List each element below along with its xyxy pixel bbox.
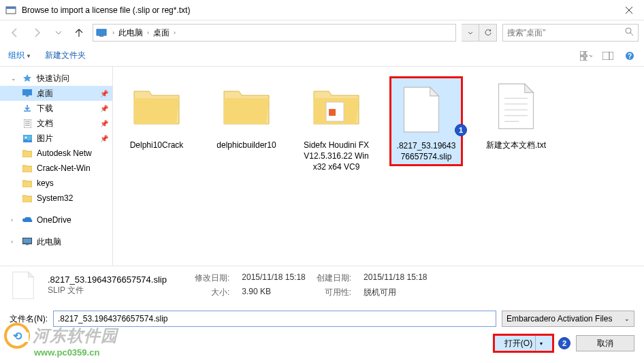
desktop-icon (22, 88, 33, 99)
sidebar-pictures[interactable]: 图片 📌 (0, 131, 112, 146)
file-item-folder[interactable]: delphicbuilder10 (210, 76, 283, 151)
close-icon (626, 7, 632, 14)
bottom-panel: 文件名(N): Embarcadero Activation Files ⌄ 打… (0, 304, 644, 362)
button-label: 打开(O) (504, 338, 532, 349)
file-label: delphicbuilder10 (215, 139, 277, 151)
search-input[interactable] (507, 28, 622, 37)
pin-icon: 📌 (100, 90, 108, 97)
star-icon (22, 73, 33, 84)
folder-icon (133, 86, 180, 127)
sidebar-folder[interactable]: keys (0, 176, 112, 191)
svg-line-7 (630, 33, 633, 35)
help-icon: ? (625, 51, 634, 61)
sidebar-downloads[interactable]: 下载 📌 (0, 101, 112, 116)
chevron-down-icon (468, 31, 473, 35)
window-title: Browse to import a license file (.slip o… (22, 5, 613, 15)
file-item-folder[interactable]: Delphi10Crack (120, 76, 193, 151)
chevron-down-icon: ▼ (26, 53, 31, 59)
breadcrumb-sep: › (144, 29, 152, 36)
file-item-folder[interactable]: Sidefx Houdini FX V12.5.316.22 Win x32 x… (300, 76, 373, 174)
sidebar: ⌄ 快速访问 桌面 📌 下载 📌 文档 📌 图片 📌 Autodesk Netw (0, 67, 113, 266)
svg-rect-10 (580, 57, 584, 61)
svg-rect-28 (329, 109, 336, 116)
nav-forward-button[interactable] (27, 23, 46, 42)
file-list[interactable]: Delphi10Crack delphicbuilder10 Sidefx Ho… (113, 67, 644, 266)
close-button[interactable] (613, 0, 644, 20)
nav-back-button[interactable] (5, 23, 25, 42)
chevron-down-icon (55, 31, 62, 35)
computer-icon (22, 236, 33, 247)
sidebar-folder[interactable]: Crack-Net-Win (0, 161, 112, 176)
details-created-value: 2015/11/18 15:18 (364, 272, 427, 284)
refresh-button[interactable] (479, 24, 497, 42)
nav-recent-button[interactable] (49, 23, 68, 42)
toolbar: 组织▼ 新建文件夹 ? (0, 45, 644, 67)
sidebar-desktop[interactable]: 桌面 📌 (0, 86, 112, 101)
file-label: 新建文本文档.txt (485, 139, 547, 151)
file-label: Sidefx Houdini FX V12.5.316.22 Win x32 x… (300, 139, 373, 174)
pin-icon: 📌 (100, 120, 108, 127)
svg-point-6 (626, 28, 631, 33)
svg-rect-4 (97, 29, 106, 35)
organize-button[interactable]: 组织▼ (8, 50, 31, 61)
sidebar-documents[interactable]: 文档 📌 (0, 116, 112, 131)
svg-rect-12 (602, 52, 613, 60)
svg-rect-17 (26, 95, 29, 97)
sidebar-label: Crack-Net-Win (37, 163, 91, 173)
svg-point-23 (25, 136, 27, 138)
svg-rect-25 (23, 238, 31, 243)
sidebar-label: 文档 (37, 118, 53, 129)
open-button[interactable]: 打开(O) ▾ (493, 334, 554, 353)
new-folder-button[interactable]: 新建文件夹 (45, 50, 86, 61)
sidebar-quick-access[interactable]: ⌄ 快速访问 (0, 71, 112, 86)
annotation-marker: 1 (455, 124, 467, 136)
sidebar-folder[interactable]: System32 (0, 191, 112, 206)
download-icon (22, 103, 33, 114)
desktop-icon (96, 27, 107, 38)
svg-rect-8 (580, 51, 584, 55)
address-dropdown-button[interactable] (462, 24, 479, 42)
sidebar-onedrive[interactable]: › OneDrive (0, 212, 112, 227)
app-icon (5, 5, 16, 16)
nav-up-button[interactable] (71, 25, 87, 41)
chevron-down-icon (589, 54, 592, 57)
help-button[interactable]: ? (624, 50, 636, 62)
arrow-up-icon (74, 28, 84, 37)
details-filetype: SLIP 文件 (48, 285, 184, 296)
sidebar-label: 此电脑 (37, 236, 61, 248)
sidebar-label: 下载 (37, 103, 53, 114)
filetype-filter[interactable]: Embarcadero Activation Files ⌄ (502, 311, 634, 327)
view-options-button[interactable] (580, 50, 592, 62)
folder-icon (22, 193, 33, 204)
annotation-marker: 2 (558, 337, 570, 349)
folder-icon (22, 148, 33, 159)
pin-icon: 📌 (100, 135, 108, 142)
svg-rect-9 (585, 51, 587, 55)
breadcrumb-item[interactable]: 桌面 (152, 27, 171, 39)
sidebar-label: Autodesk Netw (37, 148, 92, 158)
filename-label: 文件名(N): (10, 313, 48, 325)
titlebar: Browse to import a license file (.slip o… (0, 0, 644, 20)
address-bar[interactable]: › 此电脑 › 桌面 › (93, 24, 456, 42)
breadcrumb-item[interactable]: 此电脑 (117, 27, 144, 39)
file-item-textfile[interactable]: 新建文本文档.txt (479, 76, 553, 151)
svg-rect-5 (99, 35, 103, 37)
picture-icon (22, 133, 33, 144)
sidebar-label: 图片 (37, 133, 53, 144)
sidebar-this-pc[interactable]: › 此电脑 (0, 234, 112, 249)
svg-rect-26 (26, 244, 29, 245)
details-mod-value: 2015/11/18 15:18 (242, 272, 305, 284)
preview-pane-button[interactable] (602, 50, 614, 62)
search-box[interactable] (502, 24, 639, 42)
arrow-left-icon (10, 27, 20, 38)
filename-input[interactable] (53, 311, 496, 327)
sidebar-label: 快速访问 (37, 73, 69, 84)
textfile-icon (496, 82, 536, 130)
sidebar-folder[interactable]: Autodesk Netw (0, 146, 112, 161)
file-item-selected[interactable]: .8217_53.1964376657574.slip 1 (389, 76, 463, 166)
svg-text:?: ? (628, 52, 632, 60)
chevron-down-icon: ⌄ (624, 315, 630, 322)
pane-icon (602, 52, 613, 60)
cancel-button[interactable]: 取消 (576, 335, 634, 351)
folder-icon (22, 178, 33, 189)
